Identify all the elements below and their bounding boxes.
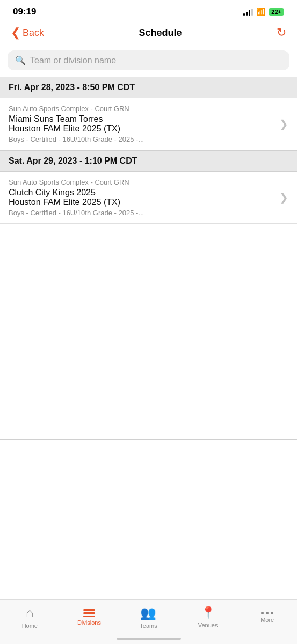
tab-teams[interactable]: 👥 Teams <box>119 605 178 629</box>
game-info-1: Sun Auto Sports Complex - Court GRN Miam… <box>9 105 275 143</box>
game-category-1: Boys - Certified - 16U/10th Grade - 2025… <box>9 135 275 143</box>
chevron-right-icon-1: ❯ <box>279 118 288 130</box>
tab-venues-label: Venues <box>198 622 218 628</box>
game-team1-2: Clutch City Kings 2025 <box>9 188 275 197</box>
tab-home[interactable]: ⌂ Home <box>0 605 60 629</box>
home-icon: ⌂ <box>26 605 34 620</box>
teams-icon: 👥 <box>140 605 156 620</box>
tab-venues[interactable]: 📍 Venues <box>178 606 238 628</box>
search-icon: 🔍 <box>15 55 26 65</box>
chevron-right-icon-2: ❯ <box>279 191 288 204</box>
game-row-1[interactable]: Sun Auto Sports Complex - Court GRN Miam… <box>0 98 297 150</box>
divisions-icon <box>83 609 95 617</box>
search-placeholder: Team or division name <box>30 56 116 65</box>
section-header-2: Sat. Apr 29, 2023 - 1:10 PM CDT <box>0 150 297 172</box>
back-label: Back <box>23 27 44 39</box>
more-icon <box>261 612 273 614</box>
divider-1 <box>0 385 297 385</box>
search-container: 🔍 Team or division name <box>0 46 297 77</box>
game-team2-2: Houston FAM Elite 2025 (TX) <box>9 197 275 207</box>
home-indicator <box>117 638 181 640</box>
section-date-2: Sat. Apr 29, 2023 - 1:10 PM CDT <box>9 156 137 165</box>
signal-icon <box>243 8 253 16</box>
tab-teams-label: Teams <box>140 623 157 629</box>
nav-bar: ❮ Back Schedule ↻ <box>0 21 297 46</box>
battery-badge: 22+ <box>269 8 284 16</box>
back-chevron-icon: ❮ <box>11 27 20 39</box>
refresh-button[interactable]: ↻ <box>277 26 286 40</box>
section-header-1: Fri. Apr 28, 2023 - 8:50 PM CDT <box>0 77 297 98</box>
wifi-icon: 📶 <box>256 8 265 16</box>
tab-divisions-label: Divisions <box>77 619 101 626</box>
game-venue-2: Sun Auto Sports Complex - Court GRN <box>9 178 275 186</box>
tab-divisions[interactable]: Divisions <box>60 609 119 626</box>
tab-home-label: Home <box>22 623 38 629</box>
game-category-2: Boys - Certified - 16U/10th Grade - 2025… <box>9 209 275 217</box>
tab-more-label: More <box>260 617 274 623</box>
search-box[interactable]: 🔍 Team or division name <box>8 50 289 70</box>
game-info-2: Sun Auto Sports Complex - Court GRN Clut… <box>9 178 275 217</box>
game-row-2[interactable]: Sun Auto Sports Complex - Court GRN Clut… <box>0 172 297 224</box>
status-icons: 📶 22+ <box>243 8 284 16</box>
game-venue-1: Sun Auto Sports Complex - Court GRN <box>9 105 275 113</box>
status-bar: 09:19 📶 22+ <box>0 0 297 21</box>
schedule-list: Fri. Apr 28, 2023 - 8:50 PM CDT Sun Auto… <box>0 77 297 224</box>
tab-more[interactable]: More <box>237 612 297 623</box>
game-team2-1: Houston FAM Elite 2025 (TX) <box>9 124 275 134</box>
page-title: Schedule <box>139 27 182 39</box>
section-date-1: Fri. Apr 28, 2023 - 8:50 PM CDT <box>9 83 135 92</box>
back-button[interactable]: ❮ Back <box>11 27 44 39</box>
divider-2 <box>0 439 297 440</box>
status-time: 09:19 <box>13 6 36 17</box>
venues-icon: 📍 <box>201 606 215 620</box>
game-team1-1: Miami Suns Team Torres <box>9 114 275 124</box>
